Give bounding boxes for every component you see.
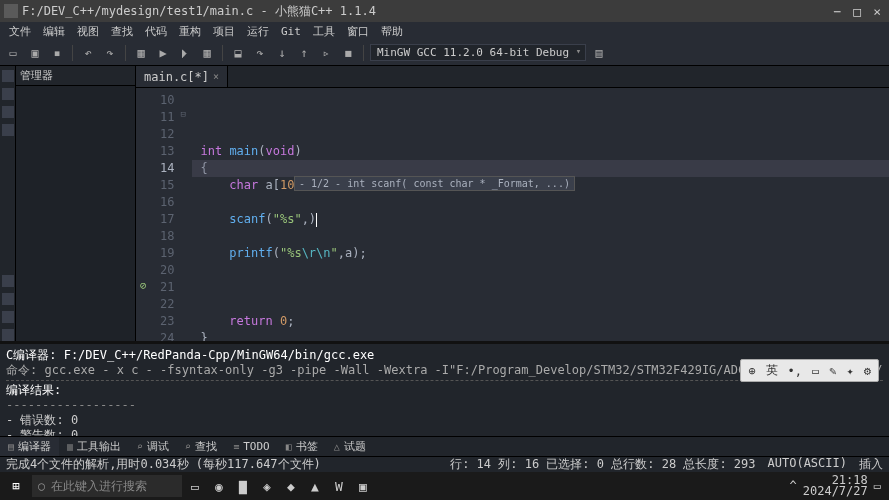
redo-icon[interactable]: ↷ <box>101 44 119 62</box>
task-view-icon[interactable]: ▭ <box>184 475 206 497</box>
save-icon[interactable]: ▪ <box>48 44 66 62</box>
rebuild-icon[interactable]: ▦ <box>198 44 216 62</box>
run-icon[interactable]: ▶ <box>154 44 172 62</box>
menu-运行[interactable]: 运行 <box>242 24 274 39</box>
ime-btn[interactable]: ▭ <box>809 364 822 378</box>
output-tab-调试[interactable]: ⌕调试 <box>129 437 177 456</box>
status-left: 完成4个文件的解析,用时0.034秒 (每秒117.647个文件) <box>6 456 321 473</box>
output-tab-书签[interactable]: ◧书签 <box>278 437 326 456</box>
taskbar-search[interactable]: ○ 在此键入进行搜索 <box>32 475 182 497</box>
start-button[interactable]: ⊞ <box>2 474 30 498</box>
menu-窗口[interactable]: 窗口 <box>342 24 374 39</box>
ime-btn[interactable]: ✎ <box>826 364 839 378</box>
code-line[interactable]: printf("%s\r\n",a); <box>200 245 889 262</box>
activity-structure-icon[interactable] <box>2 88 14 100</box>
code-line[interactable] <box>200 194 889 211</box>
menu-查找[interactable]: 查找 <box>106 24 138 39</box>
ime-btn[interactable]: ⚙ <box>861 364 874 378</box>
continue-icon[interactable]: ▹ <box>317 44 335 62</box>
ime-btn[interactable]: ✦ <box>844 364 857 378</box>
menu-bar: 文件编辑视图查找代码重构项目运行Git工具窗口帮助 <box>0 22 889 40</box>
menu-文件[interactable]: 文件 <box>4 24 36 39</box>
output-tab-编译器[interactable]: ▤编译器 <box>0 437 59 456</box>
code-line[interactable]: return 0; <box>200 313 889 330</box>
output-tab-TODO[interactable]: ≡TODO <box>225 437 278 456</box>
debug-icon[interactable]: ⬓ <box>229 44 247 62</box>
app1-icon[interactable]: ◈ <box>256 475 278 497</box>
toolbar: ▭ ▣ ▪ ↶ ↷ ▦ ▶ ⏵ ▦ ⬓ ↷ ↓ ↑ ▹ ◼ MinGW GCC … <box>0 40 889 66</box>
menu-帮助[interactable]: 帮助 <box>376 24 408 39</box>
minimize-button[interactable]: − <box>834 4 842 19</box>
tray-expand-icon[interactable]: ^ <box>790 479 797 493</box>
app-icon <box>4 4 18 18</box>
menu-项目[interactable]: 项目 <box>208 24 240 39</box>
settings-icon[interactable]: ▤ <box>590 44 608 62</box>
open-file-icon[interactable]: ▣ <box>26 44 44 62</box>
code-line[interactable] <box>200 296 889 313</box>
output-tab-工具输出[interactable]: ▥工具输出 <box>59 437 129 456</box>
output-tabs: ▤编译器▥工具输出⌕调试⌕查找≡TODO◧书签△试题 <box>0 436 889 456</box>
menu-工具[interactable]: 工具 <box>308 24 340 39</box>
code-line[interactable] <box>200 279 889 296</box>
edge-icon[interactable]: ◉ <box>208 475 230 497</box>
code-line[interactable]: scanf("%s",) <box>200 211 889 228</box>
ime-btn[interactable]: 英 <box>763 362 781 379</box>
tab-label: main.c[*] <box>144 70 209 84</box>
side-panel: 管理器 <box>16 66 136 341</box>
menu-重构[interactable]: 重构 <box>174 24 206 39</box>
maximize-button[interactable]: □ <box>853 4 861 19</box>
code-area[interactable]: int main(void){ char a[10]="\0"; scanf("… <box>192 88 889 341</box>
undo-icon[interactable]: ↶ <box>79 44 97 62</box>
syntax-ok-icon: ⊘ <box>140 279 147 292</box>
stop-icon[interactable]: ◼ <box>339 44 357 62</box>
step-into-icon[interactable]: ↓ <box>273 44 291 62</box>
window-titlebar: F:/DEV_C++/mydesign/test1/main.c - 小熊猫C+… <box>0 0 889 22</box>
close-button[interactable]: × <box>873 4 881 19</box>
window-title: F:/DEV_C++/mydesign/test1/main.c - 小熊猫C+… <box>22 3 834 20</box>
activity-watch-icon[interactable] <box>2 106 14 118</box>
new-file-icon[interactable]: ▭ <box>4 44 22 62</box>
taskbar-clock[interactable]: 21:182024/7/27 <box>803 475 868 497</box>
tab-close-icon[interactable]: × <box>213 71 219 82</box>
code-line[interactable]: int main(void) <box>200 143 889 160</box>
compiler-select[interactable]: MinGW GCC 11.2.0 64-bit Debug <box>370 44 586 61</box>
compile-run-icon[interactable]: ⏵ <box>176 44 194 62</box>
notification-icon[interactable]: ▭ <box>874 479 881 493</box>
taskbar: ⊞ ○ 在此键入进行搜索 ▭ ◉ ▇ ◈ ◆ ▲ W ▣ ^ 21:182024… <box>0 472 889 500</box>
app4-icon[interactable]: ▣ <box>352 475 374 497</box>
insert-mode: 插入 <box>859 456 883 473</box>
step-over-icon[interactable]: ↷ <box>251 44 269 62</box>
cursor-pos: 行: 14 列: 16 已选择: 0 总行数: 28 总长度: 293 <box>450 456 755 473</box>
activity-bottom1-icon[interactable] <box>2 275 14 287</box>
menu-Git[interactable]: Git <box>276 25 306 38</box>
ime-btn[interactable]: ⊕ <box>745 364 758 378</box>
warnings-count: - 警告数: 0 <box>6 428 883 436</box>
activity-bottom3-icon[interactable] <box>2 311 14 323</box>
wps-icon[interactable]: W <box>328 475 350 497</box>
activity-stack-icon[interactable] <box>2 124 14 136</box>
activity-files-icon[interactable] <box>2 70 14 82</box>
editor-tab[interactable]: main.c[*] × <box>136 66 228 87</box>
app2-icon[interactable]: ◆ <box>280 475 302 497</box>
app3-icon[interactable]: ▲ <box>304 475 326 497</box>
code-line[interactable] <box>200 262 889 279</box>
encoding-label[interactable]: AUTO(ASCII) <box>768 456 847 473</box>
param-hint-tooltip: - 1/2 - int scanf( const char * _Format,… <box>294 176 575 191</box>
code-editor[interactable]: ⊘ 1011121314151617181920212223242526 ⊟ i… <box>136 88 889 341</box>
activity-bottom2-icon[interactable] <box>2 293 14 305</box>
output-tab-试题[interactable]: △试题 <box>326 437 374 456</box>
side-panel-title: 管理器 <box>16 66 135 86</box>
explorer-icon[interactable]: ▇ <box>232 475 254 497</box>
menu-编辑[interactable]: 编辑 <box>38 24 70 39</box>
ime-btn[interactable]: •, <box>785 364 805 378</box>
compile-icon[interactable]: ▦ <box>132 44 150 62</box>
code-line[interactable] <box>200 228 889 245</box>
ime-toolbar[interactable]: ⊕英•,▭✎✦⚙ <box>740 359 879 382</box>
step-out-icon[interactable]: ↑ <box>295 44 313 62</box>
menu-代码[interactable]: 代码 <box>140 24 172 39</box>
output-tab-查找[interactable]: ⌕查找 <box>177 437 225 456</box>
activity-bar <box>0 66 16 341</box>
menu-视图[interactable]: 视图 <box>72 24 104 39</box>
activity-bottom4-icon[interactable] <box>2 329 14 341</box>
code-line[interactable]: } <box>200 330 889 341</box>
